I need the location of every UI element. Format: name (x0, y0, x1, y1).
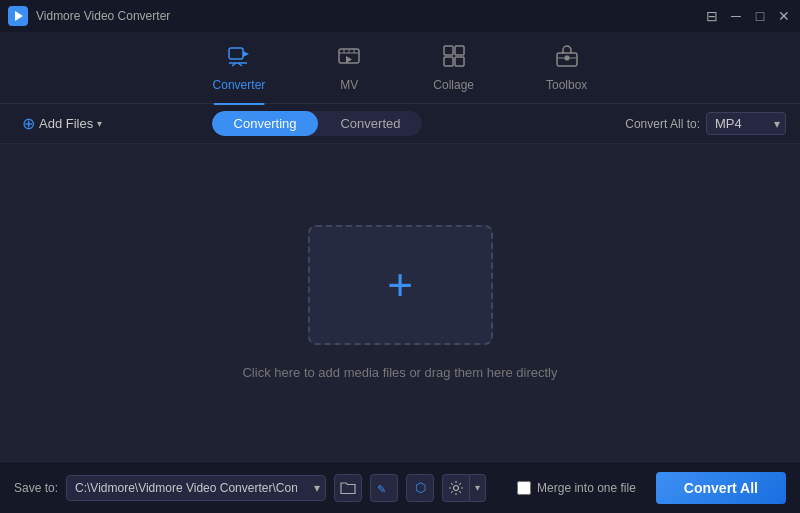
settings-dropdown-button[interactable]: ▾ (470, 474, 486, 502)
svg-rect-13 (444, 46, 453, 55)
merge-checkbox[interactable] (517, 481, 531, 495)
open-folder-button[interactable] (334, 474, 362, 502)
tab-converter[interactable]: Converter (197, 38, 282, 98)
drop-hint: Click here to add media files or drag th… (242, 365, 557, 380)
settings-btn-wrapper: ▾ (442, 474, 486, 502)
svg-text:✎: ✎ (377, 483, 386, 495)
convert-all-button[interactable]: Convert All (656, 472, 786, 504)
svg-rect-16 (455, 57, 464, 66)
tab-toolbox[interactable]: Toolbox (530, 38, 603, 98)
converter-icon (227, 44, 251, 74)
tag-button[interactable]: ⬡ (406, 474, 434, 502)
tab-converted[interactable]: Converted (318, 111, 422, 136)
settings-button[interactable] (442, 474, 470, 502)
drop-zone[interactable]: + (308, 225, 493, 345)
tab-converter-label: Converter (213, 78, 266, 92)
collage-icon (442, 44, 466, 74)
tab-collage-label: Collage (433, 78, 474, 92)
add-files-plus-icon: ⊕ (22, 114, 35, 133)
convert-all-to: Convert All to: MP4 AVI MOV MKV WMV (625, 112, 786, 135)
svg-point-21 (454, 485, 459, 490)
svg-rect-15 (444, 57, 453, 66)
merge-label[interactable]: Merge into one file (537, 481, 636, 495)
save-to-label: Save to: (14, 481, 58, 495)
tab-mv[interactable]: MV (321, 38, 377, 98)
tab-collage[interactable]: Collage (417, 38, 490, 98)
svg-marker-3 (243, 51, 249, 57)
format-select[interactable]: MP4 AVI MOV MKV WMV (706, 112, 786, 135)
settings-window-icon[interactable]: ⊟ (704, 8, 720, 24)
minimize-button[interactable]: ─ (728, 8, 744, 24)
merge-checkbox-wrapper: Merge into one file (517, 481, 636, 495)
maximize-button[interactable]: □ (752, 8, 768, 24)
convert-all-to-label: Convert All to: (625, 117, 700, 131)
close-button[interactable]: ✕ (776, 8, 792, 24)
subtitle-button[interactable]: ✎ (370, 474, 398, 502)
nav-tabs: Converter MV Collage (0, 32, 800, 104)
toolbox-icon (555, 44, 579, 74)
add-media-plus-icon: + (387, 263, 413, 307)
window-controls: ⊟ ─ □ ✕ (704, 8, 792, 24)
tab-mv-label: MV (340, 78, 358, 92)
bottom-bar: Save to: ▾ ✎ ⬡ ▾ Merge into one file Con… (0, 461, 800, 513)
add-files-label: Add Files (39, 116, 93, 131)
app-title: Vidmore Video Converter (36, 9, 704, 23)
save-path-input[interactable] (66, 475, 326, 501)
add-files-button[interactable]: ⊕ Add Files ▾ (14, 110, 110, 137)
main-content: + Click here to add media files or drag … (0, 144, 800, 461)
svg-rect-14 (455, 46, 464, 55)
format-select-wrapper: MP4 AVI MOV MKV WMV (706, 112, 786, 135)
tab-converting[interactable]: Converting (212, 111, 319, 136)
svg-rect-19 (565, 56, 569, 60)
save-path-wrapper: ▾ (66, 475, 326, 501)
mv-icon (337, 44, 361, 74)
tab-switcher: Converting Converted (212, 111, 423, 136)
app-logo (8, 6, 28, 26)
tab-toolbox-label: Toolbox (546, 78, 587, 92)
svg-marker-12 (346, 56, 352, 63)
svg-rect-2 (229, 48, 243, 59)
toolbar: ⊕ Add Files ▾ Converting Converted Conve… (0, 104, 800, 144)
add-files-dropdown-icon: ▾ (97, 118, 102, 129)
title-bar: Vidmore Video Converter ⊟ ─ □ ✕ (0, 0, 800, 32)
